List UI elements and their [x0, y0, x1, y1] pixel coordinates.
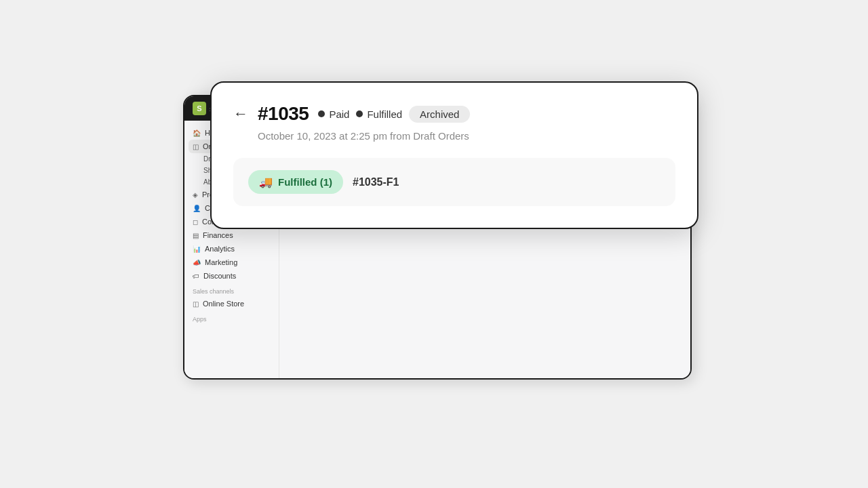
order-date-popup: October 10, 2023 at 2:25 pm from Draft O…	[258, 130, 675, 142]
fulfillment-id-popup: #1035-F1	[353, 176, 399, 188]
popup-header: ← #1035 Paid Fulfilled Archived	[233, 103, 675, 125]
fulfilled-dot	[356, 110, 363, 117]
popup-card: ← #1035 Paid Fulfilled Archived October …	[210, 81, 698, 229]
apps-label-bg: Apps	[184, 310, 279, 325]
sidebar-online-store-bg[interactable]: ◫ Online Store	[184, 297, 279, 310]
fulfillment-badge-text: Fulfilled (1)	[278, 176, 332, 188]
paid-badge: Paid	[318, 108, 349, 120]
order-number-popup: #1035	[258, 103, 309, 125]
marketing-label-bg: Marketing	[205, 258, 237, 266]
finances-icon-bg: ▤	[193, 232, 199, 239]
archived-tag: Archived	[409, 106, 470, 123]
analytics-icon-bg: 📊	[193, 245, 201, 253]
fulfilled-green-badge: 🚚 Fulfilled (1)	[248, 170, 343, 194]
status-badges: Paid Fulfilled Archived	[318, 106, 470, 123]
back-arrow-popup[interactable]: ←	[233, 106, 248, 121]
sidebar-marketing-bg[interactable]: 📣 Marketing	[184, 256, 279, 269]
analytics-label-bg: Analytics	[205, 245, 235, 253]
fulfilled-row: 🚚 Fulfilled (1) #1035-F1	[248, 170, 660, 194]
sidebar-analytics-bg[interactable]: 📊 Analytics	[184, 242, 279, 256]
sidebar-finances-bg[interactable]: ▤ Finances	[184, 228, 279, 242]
marketing-icon-bg: 📣	[193, 259, 201, 266]
home-icon-bg: 🏠	[193, 129, 201, 137]
truck-icon: 🚚	[259, 176, 273, 188]
shopify-icon: S	[193, 102, 206, 115]
discounts-icon-bg: 🏷	[193, 272, 199, 280]
discounts-label-bg: Discounts	[203, 272, 236, 280]
orders-icon-bg: ◫	[193, 143, 199, 150]
paid-dot	[318, 110, 325, 117]
customers-icon-bg: 👤	[193, 205, 201, 212]
content-icon-bg: ◻	[193, 218, 198, 226]
fulfilled-label: Fulfilled	[367, 108, 402, 120]
scene: S shopify 🔍 Search ⌘K 🏠 Home ◫ Orders	[170, 81, 698, 407]
fulfilled-section: 🚚 Fulfilled (1) #1035-F1	[233, 158, 675, 206]
sidebar-discounts-bg[interactable]: 🏷 Discounts	[184, 269, 279, 283]
fulfilled-badge: Fulfilled	[356, 108, 402, 120]
products-icon-bg: ◈	[193, 191, 198, 199]
paid-label: Paid	[329, 108, 349, 120]
store-icon-bg: ◫	[193, 300, 199, 308]
finances-label-bg: Finances	[203, 231, 233, 239]
online-store-label-bg: Online Store	[203, 300, 244, 308]
sales-channels-label-bg: Sales channels	[184, 283, 279, 297]
